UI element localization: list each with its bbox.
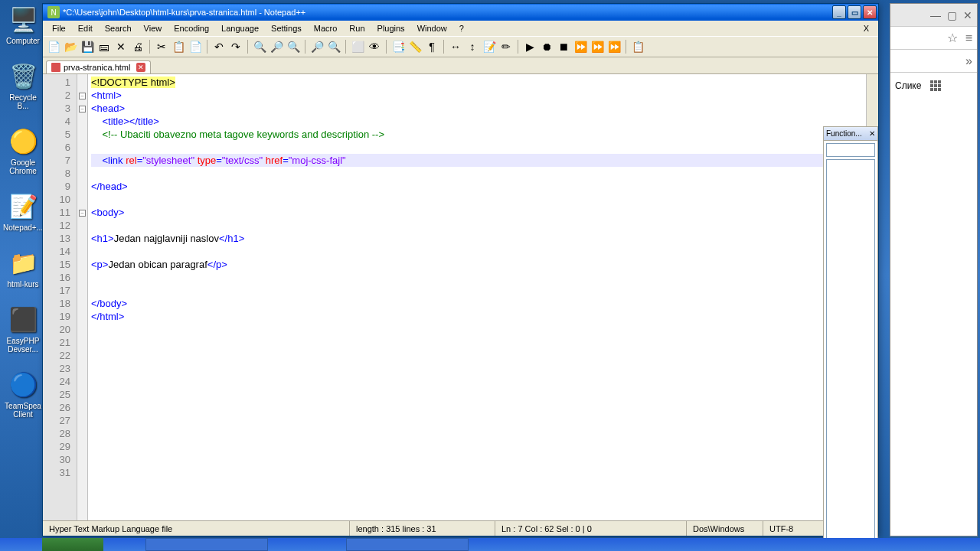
toolbar-button[interactable]: 📋	[630, 39, 645, 54]
code-line[interactable]: <!-- Ubaciti obavezno meta tagove keywor…	[91, 128, 863, 141]
menu-settings[interactable]: Settings	[265, 22, 308, 34]
toolbar-button[interactable]: 🔎	[309, 39, 325, 54]
toolbar-button[interactable]: ✕	[113, 39, 129, 54]
file-tab[interactable]: prva-stranica.html ✕	[46, 60, 151, 73]
toolbar-button[interactable]: ▶	[522, 39, 537, 54]
toolbar-button[interactable]: ⏩	[606, 39, 622, 54]
desktop-icon[interactable]: 📁html-kurs	[4, 247, 42, 289]
close-button[interactable]: ✕	[863, 5, 877, 19]
code-line[interactable]: <title></title>	[91, 115, 863, 128]
code-line[interactable]: <h1>Jedan najglavniji naslov</h1>	[91, 232, 863, 245]
code-line[interactable]	[91, 388, 863, 401]
fold-toggle-icon[interactable]: −	[79, 106, 86, 112]
toolbar-button[interactable]: 🔍	[326, 39, 341, 54]
code-line[interactable]	[91, 440, 863, 453]
toolbar-button[interactable]: 📝	[482, 39, 497, 54]
toolbar-button[interactable]: ⏺	[539, 39, 554, 54]
tab-close-icon[interactable]: ✕	[136, 63, 145, 72]
code-line[interactable]	[91, 193, 863, 206]
code-line[interactable]: <!DOCTYPE html>	[91, 76, 863, 89]
desktop-icon[interactable]: 🖥️Computer	[4, 4, 42, 45]
code-line[interactable]	[91, 219, 863, 232]
toolbar-button[interactable]: ↕	[465, 39, 480, 54]
menu-edit[interactable]: Edit	[72, 22, 99, 34]
toolbar-button[interactable]: 🔍	[286, 39, 301, 54]
toolbar-button[interactable]: ⏹	[556, 39, 571, 54]
code-line[interactable]	[91, 284, 863, 297]
code-line[interactable]: <html>	[91, 89, 863, 102]
menu-language[interactable]: Language	[215, 22, 265, 34]
toolbar-button[interactable]: ⬜	[350, 39, 365, 54]
code-line[interactable]	[91, 362, 863, 375]
toolbar-button[interactable]: 🔍	[252, 39, 267, 54]
menu-encoding[interactable]: Encoding	[168, 22, 215, 34]
expand-icon[interactable]: »	[965, 54, 972, 68]
secondary-close-button[interactable]: X	[858, 22, 875, 34]
code-line[interactable]: <link rel="stylesheet" type="text/css" h…	[91, 154, 863, 167]
toolbar-button[interactable]: 🖴	[96, 39, 112, 54]
menu-macro[interactable]: Macro	[308, 22, 344, 34]
code-line[interactable]	[91, 453, 863, 466]
menu-[interactable]: ?	[453, 22, 470, 34]
menu-file[interactable]: File	[46, 22, 72, 34]
code-line[interactable]	[91, 349, 863, 362]
function-search-input[interactable]	[826, 143, 875, 157]
code-line[interactable]	[91, 427, 863, 440]
minimize-icon[interactable]: —	[930, 9, 941, 21]
toolbar-button[interactable]: 📏	[407, 39, 423, 54]
desktop-icon[interactable]: ⬛EasyPHP Devser...	[4, 304, 42, 354]
code-line[interactable]: </body>	[91, 297, 863, 310]
taskbar-item[interactable]	[145, 538, 268, 551]
star-icon[interactable]: ☆	[947, 31, 958, 45]
taskbar-item[interactable]	[346, 538, 469, 551]
toolbar-button[interactable]: ⏩	[590, 39, 605, 54]
code-line[interactable]: </html>	[91, 310, 863, 323]
panel-close-icon[interactable]: ✕	[869, 129, 875, 138]
taskbar[interactable]	[0, 538, 980, 551]
code-line[interactable]: <head>	[91, 102, 863, 115]
toolbar-button[interactable]: ↶	[211, 39, 227, 54]
toolbar-button[interactable]: 📂	[63, 39, 78, 54]
code-line[interactable]: <body>	[91, 206, 863, 219]
titlebar[interactable]: N *C:\Users\john\Desktop\html-kurs\prva-…	[43, 4, 878, 21]
menu-search[interactable]: Search	[99, 22, 138, 34]
code-line[interactable]	[91, 167, 863, 180]
fold-toggle-icon[interactable]: −	[79, 93, 86, 99]
toolbar-button[interactable]: ✏	[498, 39, 514, 54]
code-line[interactable]	[91, 245, 863, 258]
code-line[interactable]	[91, 466, 863, 479]
toolbar-button[interactable]: 📑	[390, 39, 406, 54]
code-editor[interactable]: <!DOCTYPE html><html><head> <title></tit…	[88, 74, 866, 520]
maximize-icon[interactable]: ▢	[947, 9, 957, 21]
toolbar-button[interactable]: 👁	[367, 39, 382, 54]
desktop-icon[interactable]: 🗑️Recycle B...	[4, 60, 42, 110]
nav-link[interactable]: Слике	[895, 80, 921, 91]
menu-window[interactable]: Window	[411, 22, 453, 34]
apps-grid-icon[interactable]	[930, 80, 941, 91]
toolbar-button[interactable]: 🖨	[130, 39, 145, 54]
menu-run[interactable]: Run	[343, 22, 371, 34]
minimize-button[interactable]: _	[832, 5, 846, 19]
code-line[interactable]	[91, 414, 863, 427]
desktop-icon[interactable]: 🔵TeamSpea Client	[4, 369, 42, 419]
toolbar-button[interactable]: 🔎	[269, 39, 284, 54]
toolbar-button[interactable]: ⏩	[573, 39, 588, 54]
menu-plugins[interactable]: Plugins	[371, 22, 411, 34]
code-line[interactable]	[91, 323, 863, 336]
code-line[interactable]: <p>Jedan obican paragraf</p>	[91, 258, 863, 271]
code-line[interactable]	[91, 141, 863, 154]
desktop-icon[interactable]: 🟡Google Chrome	[4, 126, 42, 175]
code-line[interactable]	[91, 271, 863, 284]
toolbar-button[interactable]: ¶	[424, 39, 439, 54]
toolbar-button[interactable]: 📄	[188, 39, 203, 54]
toolbar-button[interactable]: ✂	[154, 39, 169, 54]
start-button[interactable]	[42, 538, 103, 551]
code-line[interactable]	[91, 375, 863, 388]
toolbar-button[interactable]: 📄	[46, 39, 61, 54]
toolbar-button[interactable]: ↷	[228, 39, 243, 54]
menu-view[interactable]: View	[138, 22, 168, 34]
menu-icon[interactable]: ≡	[965, 31, 972, 45]
toolbar-button[interactable]: ↔	[448, 39, 463, 54]
toolbar-button[interactable]: 📋	[171, 39, 186, 54]
fold-toggle-icon[interactable]: −	[79, 210, 86, 217]
